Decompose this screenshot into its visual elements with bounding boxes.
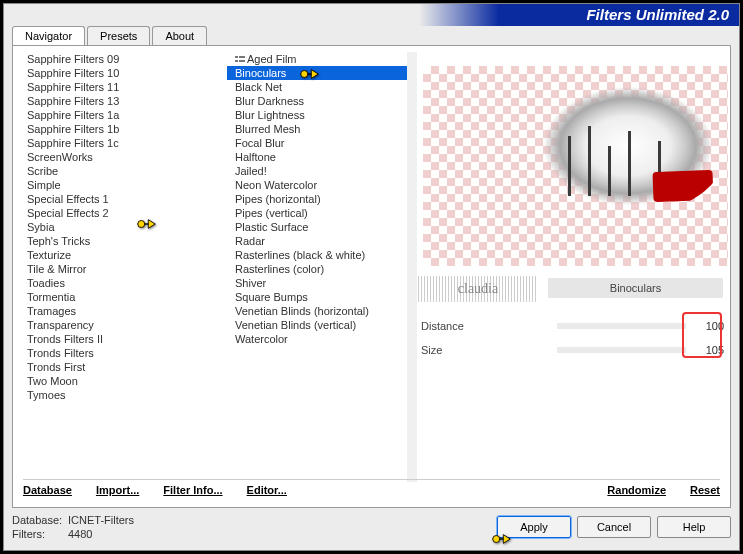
app-title: Filters Unlimited 2.0 xyxy=(419,4,739,26)
filter-item[interactable]: Pipes (horizontal) xyxy=(227,192,407,206)
filter-item[interactable]: Jailed! xyxy=(227,164,407,178)
link-randomize[interactable]: Randomize xyxy=(607,484,666,501)
link-reset[interactable]: Reset xyxy=(690,484,720,501)
category-item[interactable]: Sapphire Filters 1b xyxy=(19,122,204,136)
tab-presets[interactable]: Presets xyxy=(87,26,150,45)
category-item[interactable]: Sapphire Filters 11 xyxy=(19,80,204,94)
filter-item[interactable]: Blurred Mesh xyxy=(227,122,407,136)
category-item[interactable]: Simple xyxy=(19,178,204,192)
footer-db-label: Database: xyxy=(12,513,68,527)
category-item[interactable]: Teph's Tricks xyxy=(19,234,204,248)
filter-item-label: Halftone xyxy=(235,151,276,163)
filter-item-label: Venetian Blinds (horizontal) xyxy=(235,305,369,317)
filter-item-label: Pipes (horizontal) xyxy=(235,193,321,205)
help-button[interactable]: Help xyxy=(657,516,731,538)
filter-item-label: Neon Watercolor xyxy=(235,179,317,191)
filter-item[interactable]: Neon Watercolor xyxy=(227,178,407,192)
filter-list[interactable]: Aged FilmBinocularsBlack NetBlur Darknes… xyxy=(227,52,407,475)
filter-item-label: Rasterlines (color) xyxy=(235,263,324,275)
filter-item-icon xyxy=(235,55,245,65)
filter-item[interactable]: Halftone xyxy=(227,150,407,164)
category-item[interactable]: Special Effects 2 xyxy=(19,206,204,220)
filter-item-label: Focal Blur xyxy=(235,137,285,149)
filter-item[interactable]: Black Net xyxy=(227,80,407,94)
category-item[interactable]: Sybia xyxy=(19,220,204,234)
filter-item[interactable]: Blur Lightness xyxy=(227,108,407,122)
category-item[interactable]: Two Moon xyxy=(19,374,204,388)
tab-navigator[interactable]: Navigator xyxy=(12,26,85,45)
highlight-param-values xyxy=(682,312,722,358)
filter-item[interactable]: Rasterlines (black & white) xyxy=(227,248,407,262)
filter-item[interactable]: Pipes (vertical) xyxy=(227,206,407,220)
filter-item[interactable]: Plastic Surface xyxy=(227,220,407,234)
filter-item[interactable]: Rasterlines (color) xyxy=(227,262,407,276)
filter-item-label: Pipes (vertical) xyxy=(235,207,308,219)
filter-item[interactable]: Square Bumps xyxy=(227,290,407,304)
link-filter-info[interactable]: Filter Info... xyxy=(163,484,222,501)
param-slider-size[interactable] xyxy=(557,347,686,353)
param-label-size: Size xyxy=(421,344,551,356)
filter-item-label: Jailed! xyxy=(235,165,267,177)
filter-item[interactable]: Aged Film xyxy=(227,52,407,66)
filter-item[interactable]: Blur Darkness xyxy=(227,94,407,108)
category-item[interactable]: Sapphire Filters 13 xyxy=(19,94,204,108)
current-filter-label: Binoculars xyxy=(548,278,723,298)
category-item[interactable]: Texturize xyxy=(19,248,204,262)
category-item[interactable]: Sapphire Filters 1a xyxy=(19,108,204,122)
filter-item[interactable]: Venetian Blinds (vertical) xyxy=(227,318,407,332)
filter-item-label: Square Bumps xyxy=(235,291,308,303)
link-editor[interactable]: Editor... xyxy=(247,484,287,501)
svg-rect-2 xyxy=(239,56,245,58)
link-import[interactable]: Import... xyxy=(96,484,139,501)
filter-item-label: Plastic Surface xyxy=(235,221,308,233)
filter-item-label: Blur Lightness xyxy=(235,109,305,121)
filter-item-label: Watercolor xyxy=(235,333,288,345)
param-label-distance: Distance xyxy=(421,320,551,332)
footer-filters-label: Filters: xyxy=(12,527,68,541)
watermark: claudia xyxy=(418,276,538,302)
filter-item-label: Venetian Blinds (vertical) xyxy=(235,319,356,331)
filter-item-label: Black Net xyxy=(235,81,282,93)
category-item[interactable]: Tronds First xyxy=(19,360,204,374)
svg-rect-0 xyxy=(235,56,238,58)
tab-bar: Navigator Presets About xyxy=(12,26,209,45)
category-item[interactable]: Tramages xyxy=(19,304,204,318)
category-item[interactable]: Tile & Mirror xyxy=(19,262,204,276)
filter-item-label: Blurred Mesh xyxy=(235,123,300,135)
apply-button[interactable]: Apply xyxy=(497,516,571,538)
category-item[interactable]: Tymoes xyxy=(19,388,204,402)
tab-about[interactable]: About xyxy=(152,26,207,45)
category-item[interactable]: Scribe xyxy=(19,164,204,178)
filter-item-label: Radar xyxy=(235,235,265,247)
svg-rect-3 xyxy=(239,60,245,62)
footer-filters-value: 4480 xyxy=(68,528,92,540)
filter-item-label: Rasterlines (black & white) xyxy=(235,249,365,261)
category-item[interactable]: Tronds Filters II xyxy=(19,332,204,346)
filter-item[interactable]: Focal Blur xyxy=(227,136,407,150)
footer: Database:ICNET-Filters Filters:4480 Appl… xyxy=(12,510,731,544)
filter-item[interactable]: Watercolor xyxy=(227,332,407,346)
filter-item-label: Shiver xyxy=(235,277,266,289)
category-item[interactable]: Sapphire Filters 1c xyxy=(19,136,204,150)
scrollbar[interactable] xyxy=(407,52,417,482)
filter-item[interactable]: Venetian Blinds (horizontal) xyxy=(227,304,407,318)
category-item[interactable]: Sapphire Filters 10 xyxy=(19,66,204,80)
category-item[interactable]: Tronds Filters xyxy=(19,346,204,360)
filter-item[interactable]: Binoculars xyxy=(227,66,407,80)
footer-db-value: ICNET-Filters xyxy=(68,514,134,526)
category-item[interactable]: Toadies xyxy=(19,276,204,290)
param-slider-distance[interactable] xyxy=(557,323,686,329)
filter-item-label: Binoculars xyxy=(235,67,286,79)
category-item[interactable]: Special Effects 1 xyxy=(19,192,204,206)
category-list[interactable]: Sapphire Filters 09Sapphire Filters 10Sa… xyxy=(19,52,204,475)
footer-info: Database:ICNET-Filters Filters:4480 xyxy=(12,513,134,541)
cancel-button[interactable]: Cancel xyxy=(577,516,651,538)
category-item[interactable]: Sapphire Filters 09 xyxy=(19,52,204,66)
filter-item-label: Aged Film xyxy=(247,53,297,65)
filter-item[interactable]: Shiver xyxy=(227,276,407,290)
category-item[interactable]: ScreenWorks xyxy=(19,150,204,164)
category-item[interactable]: Tormentia xyxy=(19,290,204,304)
link-database[interactable]: Database xyxy=(23,484,72,501)
category-item[interactable]: Transparency xyxy=(19,318,204,332)
filter-item[interactable]: Radar xyxy=(227,234,407,248)
